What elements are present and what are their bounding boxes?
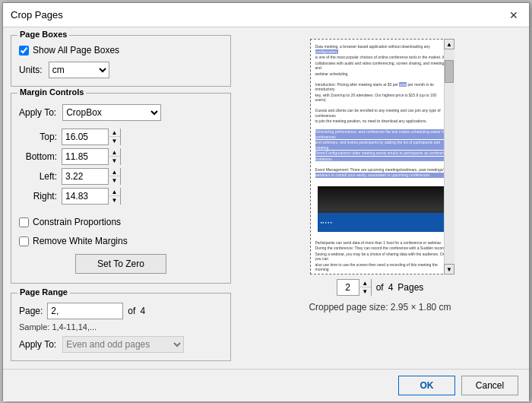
preview-page: Data meeting, a browser-based applicatio… (310, 39, 454, 274)
left-spin-down[interactable]: ▼ (108, 176, 120, 185)
page-content: Data meeting, a browser-based applicatio… (311, 40, 454, 274)
margin-controls-label: Margin Controls (17, 87, 86, 97)
right-spin-up[interactable]: ▲ (108, 188, 120, 196)
apply-to-select2[interactable]: Even and odd pages Even pages only Odd p… (62, 336, 184, 353)
nav-up-button[interactable]: ▲ (359, 279, 371, 287)
sample-text: Sample: 1,4-11,14,... (19, 322, 223, 332)
constrain-row: Constrain Proportions (19, 217, 223, 227)
remove-white-row: Remove White Margins (19, 236, 223, 246)
check-options: Constrain Proportions Remove White Margi… (19, 212, 223, 246)
left-spin-up[interactable]: ▲ (108, 168, 120, 176)
bottom-spin-up[interactable]: ▲ (108, 148, 120, 157)
left-input[interactable] (62, 169, 108, 184)
set-zero-container: Set To Zero (19, 246, 223, 274)
units-label: Units: (19, 65, 43, 75)
scroll-down-button[interactable]: ▼ (444, 264, 454, 274)
page-range-label: Page Range (17, 287, 70, 297)
ok-button[interactable]: OK (398, 376, 455, 395)
remove-white-checkbox[interactable] (19, 236, 29, 246)
apply-to-row2: Apply To: Even and odd pages Even pages … (19, 336, 223, 353)
page-range-group: Page Range Page: of 4 Sample: 1,4-11,14,… (11, 293, 231, 361)
page-input[interactable] (47, 303, 123, 319)
right-spin-down[interactable]: ▼ (108, 196, 120, 205)
bottom-label: Bottom: (19, 151, 57, 162)
dialog-title: Crop Pages (11, 9, 63, 21)
preview-container: Data meeting, a browser-based applicatio… (306, 35, 454, 274)
dialog-body: Page Boxes Show All Page Boxes Units: cm… (3, 27, 529, 369)
left-spin-buttons: ▲ ▼ (108, 168, 120, 185)
cancel-button[interactable]: Cancel (461, 376, 518, 395)
crop-size-text: Cropped page size: 2.95 × 1.80 cm (309, 302, 451, 313)
left-row: Left: ▲ ▼ (19, 168, 223, 185)
right-spin-buttons: ▲ ▼ (108, 188, 120, 205)
left-spinner: ▲ ▼ (62, 168, 121, 185)
top-row: Top: ▲ ▼ (19, 129, 223, 145)
nav-spin-buttons: ▲ ▼ (359, 279, 371, 296)
scrollbar-thumb[interactable] (445, 60, 454, 83)
units-row: Units: cm in pt (19, 62, 223, 78)
of-pages-label: of (376, 282, 384, 293)
right-row: Right: ▲ ▼ (19, 188, 223, 205)
page-nav-input-wrapper: ▲ ▼ (337, 279, 372, 296)
apply-to-label: Apply To: (19, 107, 56, 118)
remove-white-label: Remove White Margins (33, 236, 128, 246)
right-input[interactable] (62, 189, 108, 204)
of-label: of (128, 306, 135, 316)
margin-controls-group: Margin Controls Apply To: CropBox MediaB… (11, 93, 231, 284)
bottom-spin-buttons: ▲ ▼ (108, 148, 120, 165)
right-spinner: ▲ ▼ (62, 188, 121, 205)
show-all-row: Show All Page Boxes (19, 45, 223, 56)
bottom-input[interactable] (62, 149, 108, 164)
dialog-footer: OK Cancel (3, 369, 529, 401)
nav-down-button[interactable]: ▼ (359, 287, 371, 296)
close-button[interactable]: ✕ (506, 8, 521, 23)
page-boxes-label: Page Boxes (17, 30, 69, 39)
top-spin-up[interactable]: ▲ (108, 129, 120, 137)
show-all-label: Show All Page Boxes (33, 45, 119, 56)
right-label: Right: (19, 191, 57, 202)
page-row: Page: of 4 (19, 303, 223, 319)
bottom-row: Bottom: ▲ ▼ (19, 148, 223, 165)
scroll-up-button[interactable]: ▲ (444, 39, 454, 49)
page-boxes-group: Page Boxes Show All Page Boxes Units: cm… (11, 35, 231, 87)
apply-to-select[interactable]: CropBox MediaBox BleedBox TrimBox ArtBox (62, 104, 161, 121)
total-preview-pages: 4 (388, 282, 394, 293)
apply-to-label2: Apply To: (19, 339, 56, 350)
page-label: Page: (19, 306, 43, 316)
margin-fields: Top: ▲ ▼ Bottom: (19, 129, 223, 205)
set-zero-button[interactable]: Set To Zero (75, 254, 166, 274)
total-pages: 4 (140, 306, 145, 316)
top-label: Top: (19, 132, 57, 142)
top-spin-buttons: ▲ ▼ (108, 129, 120, 145)
top-spinner: ▲ ▼ (62, 129, 121, 145)
top-spin-down[interactable]: ▼ (108, 137, 120, 145)
show-all-checkbox[interactable] (19, 46, 29, 56)
left-panel: Page Boxes Show All Page Boxes Units: cm… (11, 35, 231, 361)
page-nav-input[interactable] (337, 280, 359, 295)
left-label: Left: (19, 171, 57, 182)
constrain-checkbox[interactable] (19, 217, 29, 227)
top-input[interactable] (62, 129, 108, 144)
constrain-label: Constrain Proportions (33, 217, 121, 227)
page-nav: ▲ ▼ of 4 Pages (337, 279, 424, 296)
right-panel: Data meeting, a browser-based applicatio… (239, 35, 521, 361)
preview-scrollbar: ▲ ▼ (444, 39, 454, 274)
units-select[interactable]: cm in pt (49, 62, 109, 78)
apply-to-row: Apply To: CropBox MediaBox BleedBox Trim… (19, 104, 223, 121)
bottom-spin-down[interactable]: ▼ (108, 157, 120, 165)
dark-image: ●● ● ● ● (318, 186, 447, 232)
crop-pages-dialog: Crop Pages ✕ Page Boxes Show All Page Bo… (2, 2, 530, 401)
title-bar: Crop Pages ✕ (3, 3, 529, 27)
pages-label: Pages (397, 282, 423, 293)
bottom-spinner: ▲ ▼ (62, 148, 121, 165)
